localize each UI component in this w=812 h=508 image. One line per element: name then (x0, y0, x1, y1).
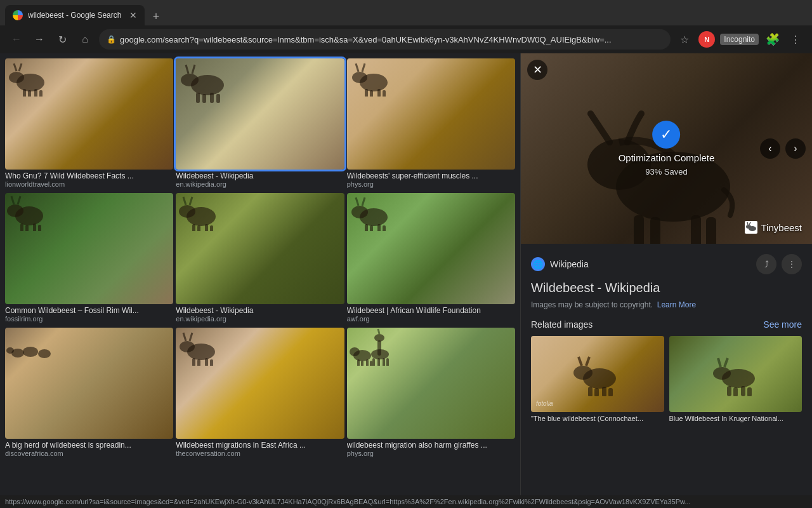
svg-rect-22 (377, 89, 381, 97)
image-card-6[interactable]: A big herd of wildebeest is spreadin... … (5, 328, 173, 460)
image-card-3[interactable]: Common Wildebeest – Fossil Rim Wil... fo… (5, 193, 173, 325)
extensions-button[interactable]: 🧩 (764, 30, 782, 48)
svg-line-27 (18, 196, 20, 204)
svg-line-11 (192, 65, 195, 74)
related-label-1: Blue Wildebeest In Kruger National... (669, 415, 802, 422)
svg-rect-15 (216, 94, 220, 103)
detail-prev-button[interactable]: ‹ (760, 138, 780, 159)
menu-button[interactable]: ⋮ (787, 30, 804, 48)
svg-line-55 (190, 333, 192, 341)
reload-button[interactable]: ↻ (53, 30, 71, 48)
svg-line-35 (190, 197, 192, 205)
source-row: 🌐 Wikipedia ⤴ ⋮ (531, 254, 802, 274)
related-header: Related images See more (531, 319, 802, 330)
content-area: Who Gnu? 7 Wild Wildebeest Facts ... lio… (0, 53, 812, 495)
see-more-link[interactable]: See more (763, 319, 802, 330)
related-grid: fotolia "The blue wildebeest (Connochaet… (531, 336, 802, 422)
watermark: Tinybeest (745, 221, 802, 234)
svg-point-9 (181, 74, 199, 86)
image-source-3: fossilrim.org (5, 315, 173, 323)
profile-icon[interactable]: N (698, 31, 715, 48)
related-wildebeest-1 (707, 352, 764, 396)
svg-line-18 (356, 64, 358, 72)
active-tab[interactable]: wildebeest - Google Search ✕ (5, 5, 145, 25)
image-card-4[interactable]: Wildebeest - Wikipedia en.wikipedia.org (176, 193, 344, 325)
svg-rect-6 (34, 89, 37, 97)
svg-rect-12 (196, 93, 200, 103)
wildebeest-silhouette-4 (176, 193, 226, 231)
back-button[interactable]: ← (8, 30, 25, 48)
svg-rect-4 (23, 89, 26, 97)
svg-rect-70 (357, 359, 360, 366)
svg-point-49 (23, 347, 38, 357)
browser-frame: wildebeest - Google Search ✕ + ← → ↻ ⌂ 🔒… (0, 0, 812, 508)
image-label-2: Wildebeests' super-efficient muscles ... (347, 171, 515, 180)
detail-title: Wildebeest - Wikipedia (531, 281, 802, 295)
image-card-2[interactable]: Wildebeests' super-efficient muscles ...… (347, 58, 515, 190)
image-source-7: theconversation.com (176, 450, 344, 457)
svg-rect-29 (25, 225, 29, 231)
image-thumb-0 (5, 58, 173, 170)
svg-line-94 (718, 358, 721, 367)
svg-rect-20 (365, 89, 368, 97)
status-url: https://www.google.com/url?sa=i&source=i… (5, 498, 691, 505)
detail-close-button[interactable]: ✕ (527, 60, 547, 80)
image-card-8[interactable]: wildebeest migration also harm giraffes … (347, 328, 515, 460)
image-card-0[interactable]: Who Gnu? 7 Wild Wildebeest Facts ... lio… (5, 58, 173, 190)
new-tab-button[interactable]: + (147, 8, 165, 25)
svg-point-69 (350, 347, 360, 356)
image-label-8: wildebeest migration also harm giraffes … (347, 441, 515, 450)
tab-bar: wildebeest - Google Search ✕ + (0, 0, 812, 25)
related-card-0[interactable]: fotolia "The blue wildebeest (Connochaet… (531, 336, 664, 422)
svg-rect-31 (38, 225, 41, 231)
svg-line-26 (11, 196, 14, 204)
svg-rect-76 (634, 215, 644, 244)
svg-rect-30 (33, 224, 36, 231)
svg-rect-7 (39, 90, 43, 97)
image-card-5[interactable]: Wildebeest | African Wildlife Foundation… (347, 193, 515, 325)
image-thumb-4 (176, 193, 344, 304)
svg-rect-57 (197, 359, 200, 366)
wildebeest-silhouette-7 (176, 328, 226, 366)
svg-rect-79 (706, 217, 716, 244)
svg-point-62 (374, 334, 384, 342)
svg-rect-23 (383, 90, 386, 97)
related-card-1[interactable]: Blue Wildebeest In Kruger National... (669, 336, 802, 422)
source-globe-icon: 🌐 (531, 257, 545, 271)
wildebeest-silhouette-3 (5, 193, 56, 231)
svg-rect-98 (741, 386, 745, 396)
image-label-5: Wildebeest | African Wildlife Foundation (347, 306, 515, 315)
forward-button[interactable]: → (30, 30, 48, 48)
image-card-7[interactable]: Wildebeest migrations in East Africa ...… (176, 328, 344, 460)
svg-line-19 (362, 64, 365, 72)
image-source-0: lionworldtravel.com (5, 180, 173, 188)
svg-rect-59 (210, 359, 213, 366)
svg-line-43 (362, 197, 365, 206)
svg-rect-77 (650, 217, 660, 244)
wildebeest-silhouette-0 (5, 58, 56, 97)
address-bar[interactable]: 🔒 google.com/search?q=wildebeest&source=… (99, 29, 671, 50)
image-card-1[interactable]: Wildebeest - Wikipedia en.wikipedia.org (176, 58, 344, 190)
related-label-0: "The blue wildebeest (Connochaet... (531, 415, 664, 422)
bookmark-button[interactable]: ☆ (676, 30, 693, 48)
wildebeest-silhouette-5 (347, 193, 398, 231)
detail-next-button[interactable]: › (785, 138, 806, 159)
optimization-title: Optimization Complete (619, 152, 715, 163)
svg-rect-46 (377, 224, 381, 231)
svg-rect-66 (383, 358, 385, 366)
share-button[interactable]: ⤴ (756, 254, 776, 274)
svg-rect-73 (370, 361, 372, 366)
svg-rect-72 (366, 359, 369, 366)
svg-point-51 (6, 347, 14, 354)
home-button[interactable]: ⌂ (76, 30, 94, 48)
svg-line-87 (586, 357, 589, 366)
image-source-1: en.wikipedia.org (176, 180, 344, 188)
svg-point-33 (179, 205, 195, 218)
image-source-4: en.wikipedia.org (176, 315, 344, 323)
svg-rect-38 (205, 224, 208, 231)
copyright-text: Images may be subject to copyright. Lear… (531, 300, 802, 309)
image-thumb-6 (5, 328, 173, 439)
more-options-button[interactable]: ⋮ (782, 254, 802, 274)
learn-more-link[interactable]: Learn More (657, 300, 696, 309)
tab-close-button[interactable]: ✕ (129, 10, 137, 20)
